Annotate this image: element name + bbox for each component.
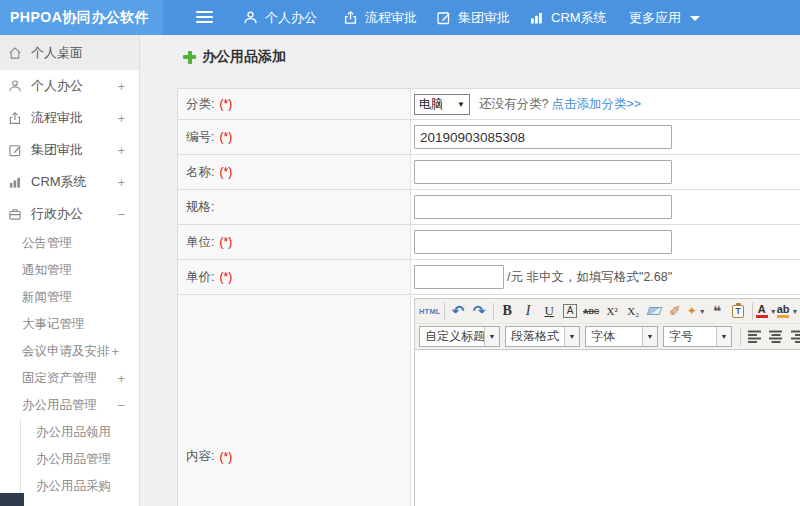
font-style-button[interactable]: A	[560, 301, 581, 321]
name-input[interactable]	[414, 160, 672, 184]
format-brush-button[interactable]: ✐	[665, 301, 686, 321]
hamburger-menu-icon[interactable]	[196, 11, 213, 24]
rich-text-editor: HTML ↶ ↷ B I U A ABC X² X₂	[414, 298, 800, 506]
page-title-text: 办公用品添加	[202, 48, 286, 66]
sidebar-item-personal-desktop[interactable]: 个人桌面	[0, 35, 139, 70]
bold-button[interactable]: B	[497, 301, 518, 321]
sidebar-sublabel: 通知管理	[22, 262, 72, 279]
highlight-color-button[interactable]: ab▼	[777, 301, 799, 321]
heading-style-select[interactable]: 自定义标题▼	[419, 326, 500, 347]
sidebar-sublabel: 办公用品管理	[36, 451, 111, 468]
toolbar-separator	[444, 303, 445, 320]
spec-input[interactable]	[414, 195, 672, 219]
html-source-button[interactable]: HTML	[419, 301, 441, 321]
expand-plus-icon[interactable]: +	[117, 175, 125, 190]
align-right-icon	[789, 330, 800, 343]
required-mark: (*)	[219, 130, 232, 144]
form-row-spec: 规格:	[178, 189, 800, 224]
align-right-button[interactable]	[786, 327, 800, 347]
sidebar-subitem-meeting-mgmt[interactable]: 会议申请及安排+	[0, 338, 139, 365]
superscript-button[interactable]: X²	[602, 301, 623, 321]
italic-button[interactable]: I	[518, 301, 539, 321]
sidebar-item-personal-office[interactable]: 个人办公 +	[0, 70, 139, 102]
code-label: 编号:(*)	[178, 120, 411, 154]
add-supply-form: 分类:(*) 电脑 ▼ 还没有分类? 点击添加分类>> 编号:(*)	[177, 88, 800, 506]
expand-plus-icon[interactable]: +	[117, 79, 125, 94]
subscript-button[interactable]: X₂	[623, 301, 644, 321]
strikethrough-button[interactable]: ABC	[581, 301, 602, 321]
category-select[interactable]: 电脑 ▼	[414, 94, 470, 115]
category-label: 分类:(*)	[178, 89, 411, 119]
quick-format-button[interactable]: ✦▼	[686, 301, 707, 321]
collapse-minus-icon[interactable]: −	[117, 398, 125, 413]
code-input[interactable]	[414, 125, 672, 149]
align-left-icon	[747, 330, 763, 343]
bar-chart-icon	[529, 10, 544, 25]
sidebar-subitem-supplies-purchase[interactable]: 办公用品采购	[21, 473, 139, 500]
underline-button[interactable]: U	[539, 301, 560, 321]
sidebar-item-crm-system[interactable]: CRM系统 +	[0, 166, 139, 198]
nav-workflow-approval[interactable]: 流程审批	[343, 0, 417, 35]
sidebar-subitem-supplies-requisition[interactable]: 办公用品领用	[21, 419, 139, 446]
nav-more-apps[interactable]: 更多应用	[629, 0, 700, 35]
nav-personal-office[interactable]: 个人办公	[243, 0, 317, 35]
unit-label: 单位:(*)	[178, 225, 411, 259]
sidebar-item-workflow-approval[interactable]: 流程审批 +	[0, 102, 139, 134]
add-category-link[interactable]: 点击添加分类>>	[551, 96, 641, 113]
sidebar: 个人桌面 个人办公 + 流程审批 + 集团审批 + CRM系统 + 行政办公 −	[0, 35, 140, 506]
editor-content-area[interactable]	[415, 349, 800, 506]
remove-format-eraser-button[interactable]	[644, 301, 665, 321]
expand-plus-icon[interactable]: +	[117, 143, 125, 158]
upload-icon	[8, 111, 22, 125]
form-row-unit: 单位:(*)	[178, 224, 800, 259]
redo-button[interactable]: ↷	[469, 301, 490, 321]
sidebar-subitem-notice-mgmt[interactable]: 通知管理	[0, 257, 139, 284]
person-icon	[8, 79, 22, 93]
sidebar-sublabel: 固定资产管理	[22, 370, 97, 387]
align-center-icon	[768, 330, 784, 343]
form-row-name: 名称:(*)	[178, 154, 800, 189]
undo-button[interactable]: ↶	[448, 301, 469, 321]
sidebar-item-group-approval[interactable]: 集团审批 +	[0, 134, 139, 166]
sidebar-subitem-news-mgmt[interactable]: 新闻管理	[0, 284, 139, 311]
name-label: 名称:(*)	[178, 155, 411, 189]
topbar: PHPOA协同办公软件 个人办公 流程审批 集团审批 CRM系统 更多应用	[0, 0, 800, 35]
nav-crm-system[interactable]: CRM系统	[529, 0, 607, 35]
sidebar-subitem-supplies-management[interactable]: 办公用品管理	[21, 446, 139, 473]
font-size-select[interactable]: 字号▼	[663, 326, 732, 347]
sidebar-sublabel: 新闻管理	[22, 289, 72, 306]
sidebar-subitem-fixed-assets-mgmt[interactable]: 固定资产管理+	[0, 365, 139, 392]
expand-plus-icon[interactable]: +	[117, 371, 125, 386]
sidebar-subitem-events-mgmt[interactable]: 大事记管理	[0, 311, 139, 338]
align-center-button[interactable]	[765, 327, 786, 347]
corner-widget[interactable]	[0, 493, 24, 506]
edit-icon	[436, 10, 451, 25]
paste-as-text-button[interactable]: T	[728, 301, 749, 321]
collapse-minus-icon[interactable]: −	[117, 207, 125, 222]
align-left-button[interactable]	[744, 327, 765, 347]
font-family-select[interactable]: 字体▼	[585, 326, 658, 347]
nav-label: CRM系统	[551, 9, 607, 27]
blockquote-button[interactable]: ❝	[707, 301, 728, 321]
price-input[interactable]	[414, 265, 504, 289]
add-plus-icon	[183, 51, 196, 64]
required-mark: (*)	[219, 270, 232, 284]
dropdown-caret-icon: ▼	[699, 308, 706, 315]
required-mark: (*)	[219, 165, 232, 179]
sidebar-subitem-office-supplies-mgmt[interactable]: 办公用品管理−	[0, 392, 139, 419]
caret-down-icon	[690, 16, 700, 21]
nav-label: 更多应用	[629, 9, 681, 27]
sidebar-label: 行政办公	[31, 205, 83, 223]
unit-input[interactable]	[414, 230, 672, 254]
sidebar-subitem-announcement-mgmt[interactable]: 公告管理	[0, 230, 139, 257]
expand-plus-icon[interactable]: +	[117, 111, 125, 126]
paragraph-format-select[interactable]: 段落格式▼	[505, 326, 580, 347]
required-mark: (*)	[219, 235, 232, 249]
main-content: 办公用品添加 分类:(*) 电脑 ▼ 还没有分类? 点击添加分类>>	[140, 35, 800, 506]
font-color-button[interactable]: A▼	[756, 301, 777, 321]
editor-toolbar-row2: 自定义标题▼ 段落格式▼ 字体▼ 字号▼	[415, 324, 800, 349]
nav-group-approval[interactable]: 集团审批	[436, 0, 510, 35]
expand-plus-icon[interactable]: +	[112, 344, 120, 359]
toolbar-separator	[740, 328, 741, 345]
sidebar-item-admin-office[interactable]: 行政办公 −	[0, 198, 139, 230]
